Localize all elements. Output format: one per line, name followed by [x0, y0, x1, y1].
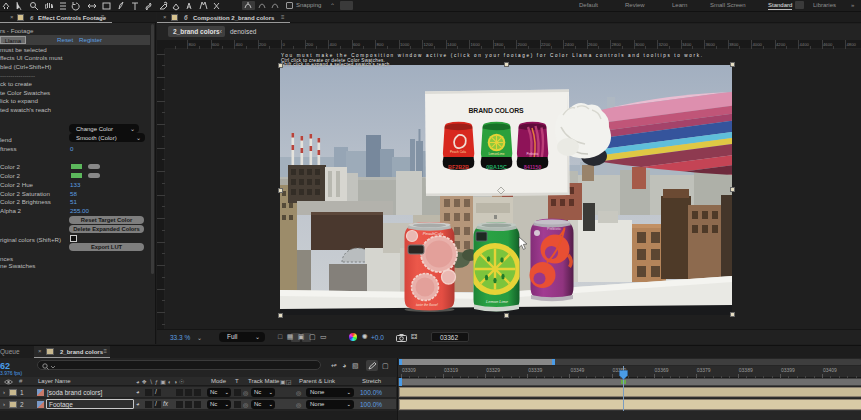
svg-text:0BA15C: 0BA15C — [486, 164, 507, 170]
svg-text:841150: 841150 — [524, 164, 542, 170]
svg-text:BF2B2B: BF2B2B — [448, 164, 469, 170]
svg-text:BRAND COLORS: BRAND COLORS — [468, 107, 524, 114]
svg-text:Prebiotic: Prebiotic — [547, 227, 561, 231]
svg-text:Peach Cola: Peach Cola — [450, 150, 466, 154]
svg-text:PeachCola: PeachCola — [423, 231, 444, 236]
svg-text:Lemon Lime: Lemon Lime — [486, 299, 509, 304]
svg-text:Prebiotic: Prebiotic — [526, 152, 538, 156]
svg-text:LemonLime: LemonLime — [488, 152, 504, 156]
svg-text:taste the flavor!: taste the flavor! — [416, 303, 438, 307]
